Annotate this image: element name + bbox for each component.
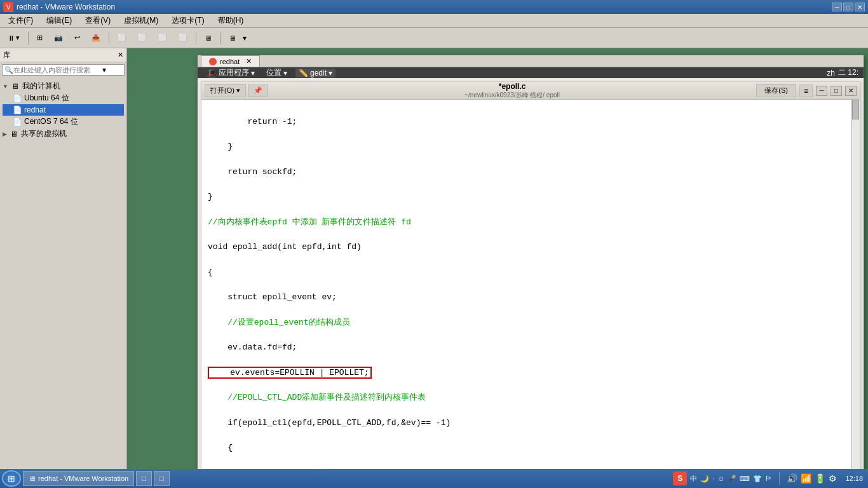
menu-file[interactable]: 文件(F)	[3, 14, 38, 27]
window-controls[interactable]: ─ □ ✕	[832, 3, 865, 11]
search-input[interactable]	[13, 66, 102, 74]
shirt-icon[interactable]: 👕	[753, 475, 762, 483]
gnome-apps-menu[interactable]: 🎩 应用程序 ▾	[203, 67, 258, 78]
usb-icon: 🖥	[205, 34, 212, 42]
close-button[interactable]: ✕	[855, 3, 865, 11]
cn-input-icon[interactable]: 中	[690, 474, 697, 484]
toolbar-btn-1[interactable]: ⊞	[32, 32, 47, 44]
taskbar-task-2[interactable]: □	[136, 471, 152, 486]
gnome-location-menu[interactable]: 位置 ▾	[263, 67, 290, 78]
tray-icons: S 中 🌙 · ☺ 🎤 ⌨ 👕 🏳	[673, 471, 772, 485]
tree-item-centos[interactable]: 📄 CentOS 7 64 位	[3, 116, 124, 128]
vm-icon: 📄	[12, 93, 22, 104]
toolbar-btn-5[interactable]: ⬜	[113, 32, 131, 44]
toolbar-separator-3	[196, 32, 196, 44]
toolbar-separator-4	[220, 32, 220, 44]
start-button[interactable]: ⊞	[2, 470, 21, 487]
code-content[interactable]: return -1; } return sockfd; } //向内核事件表ep…	[201, 100, 851, 474]
title-bar-left: V redhat - VMware Workstation	[3, 2, 115, 12]
toolbar-pause[interactable]: ⏸▾	[3, 32, 24, 44]
vm-tab-redhat[interactable]: redhat ✕	[201, 55, 260, 67]
gedit-open-button[interactable]: 打开(O) ▾	[205, 84, 246, 97]
emoji-icon[interactable]: ☺	[717, 475, 724, 482]
code-line-8: struct epoll_event ev;	[208, 291, 844, 304]
vm-tab-close[interactable]: ✕	[246, 57, 252, 65]
keyboard-icon[interactable]: ⌨	[740, 475, 750, 483]
maximize-button[interactable]: □	[843, 3, 853, 11]
mic-icon[interactable]: 🎤	[728, 475, 736, 483]
tree-label: redhat	[24, 105, 46, 114]
toolbar: ⏸▾ ⊞ 📷 ↩ 📤 ⬜ ⬜ ⬜ ⬜ 🖥 🖥 ▾	[0, 28, 868, 48]
code-line-14: {	[208, 442, 844, 454]
taskbar-task-3[interactable]: □	[154, 471, 170, 486]
search-box[interactable]: 🔍 ▾	[2, 64, 125, 76]
tray-icon-1[interactable]: 🔊	[787, 473, 797, 484]
gnome-gedit-menu[interactable]: ✏️ gedit ▾	[295, 69, 336, 78]
send-icon: 📤	[92, 34, 100, 42]
tree-item-ubuntu[interactable]: 📄 Ubuntu 64 位	[3, 92, 124, 104]
vm-tab-icon	[209, 58, 217, 65]
gedit-close-button[interactable]: ✕	[845, 86, 857, 96]
tree-label: 共享的虚拟机	[21, 128, 67, 139]
toolbar-btn-7[interactable]: ⬜	[154, 32, 172, 44]
pause-icon: ⏸	[8, 34, 15, 42]
gedit-titlebar-right: 保存(S) ≡ ─ □ ✕	[756, 84, 857, 97]
menu-tabs[interactable]: 选项卡(T)	[166, 14, 209, 27]
toolbar-btn-2[interactable]: 📷	[50, 32, 67, 44]
code-editor: return -1; } return sockfd; } //向内核事件表ep…	[201, 100, 860, 474]
clock-display[interactable]: 12:18	[842, 475, 866, 482]
taskbar: ⊞ 🖥 redhat - VMware Workstation □ □ S 中 …	[0, 469, 868, 488]
menu-help[interactable]: 帮助(H)	[213, 14, 249, 27]
gedit-minimize-button[interactable]: ─	[816, 86, 827, 96]
gedit-save-button[interactable]: 保存(S)	[756, 84, 796, 97]
menu-view[interactable]: 查看(V)	[80, 14, 116, 27]
app-icon: V	[3, 2, 13, 12]
gedit-pin-button[interactable]: 📌	[248, 85, 268, 97]
toolbar-btn-10[interactable]: 🖥	[224, 32, 240, 44]
toolbar-btn-4[interactable]: 📤	[87, 32, 105, 44]
sougou-icon[interactable]: S	[673, 471, 687, 485]
gnome-right: zh 二 12:	[827, 67, 858, 78]
code-line-11: ev.events=EPOLLIN | EPOLLET;	[208, 367, 844, 379]
open-label: 打开(O)	[210, 86, 234, 95]
toolbar-btn-9[interactable]: 🖥	[200, 32, 216, 44]
gedit-icon: ✏️	[299, 69, 308, 78]
moon-icon[interactable]: 🌙	[700, 475, 709, 483]
minimize-button[interactable]: ─	[832, 3, 842, 11]
taskbar-vmware[interactable]: 🖥 redhat - VMware Workstation	[23, 471, 134, 486]
toolbar-btn-6[interactable]: ⬜	[133, 32, 151, 44]
gedit-scrollbar-vertical[interactable]	[851, 100, 860, 474]
code-line-7: {	[208, 266, 844, 279]
apps-label: 应用程序	[219, 67, 249, 78]
dot-icon[interactable]: ·	[712, 475, 714, 482]
tray-icon-4[interactable]: ⚙	[829, 473, 837, 484]
search-dropdown-icon[interactable]: ▾	[102, 65, 106, 74]
tree-item-shared[interactable]: ▶ 🖥 共享的虚拟机	[3, 128, 124, 140]
snapshot-icon: 📷	[54, 34, 63, 42]
gedit-restore-button[interactable]: □	[831, 86, 842, 96]
tree-item-redhat[interactable]: 📄 redhat	[3, 104, 124, 116]
menu-edit[interactable]: 编辑(E)	[41, 14, 77, 27]
tree-item-my-computer[interactable]: ▼ 🖥 我的计算机	[3, 80, 124, 92]
task3-icon: □	[159, 475, 164, 482]
code-line-13: if(epoll_ctl(epfd,EPOLL_CTL_ADD,fd,&ev)=…	[208, 417, 844, 430]
scrollbar-thumb[interactable]	[852, 100, 859, 119]
menu-vm[interactable]: 虚拟机(M)	[119, 14, 163, 27]
tray-icon-2[interactable]: 📶	[801, 473, 811, 484]
gedit-toolbar-left: 打开(O) ▾ 📌	[205, 81, 268, 100]
main-layout: 库 ✕ 🔍 ▾ ▼ 🖥 我的计算机 📄 Ubuntu 64 位 📄 redhat	[0, 48, 868, 474]
gnome-clock: 二 12:	[838, 67, 858, 78]
gedit-titlebar: 打开(O) ▾ 📌 *epoll.c ~/newlinux/k0923/苏峰 线…	[201, 82, 860, 100]
pin-icon: 📌	[254, 86, 262, 95]
sidebar-close-btn[interactable]: ✕	[118, 51, 123, 59]
code-line-5: //向内核事件表epfd 中添加 新事件的文件描述符 fd	[208, 216, 844, 229]
vm-icon-3: ⬜	[179, 34, 187, 42]
fullscreen-icon: ⬜	[118, 34, 126, 42]
flag-icon[interactable]: 🏳	[765, 475, 772, 482]
tray-icon-3[interactable]: 🔋	[815, 473, 825, 484]
code-line-1: return -1;	[208, 116, 844, 128]
toolbar-btn-8[interactable]: ⬜	[174, 32, 192, 44]
toolbar-btn-3[interactable]: ↩	[70, 32, 85, 44]
clone-icon: ⊞	[37, 34, 43, 42]
gedit-menu-button[interactable]: ≡	[799, 85, 813, 97]
